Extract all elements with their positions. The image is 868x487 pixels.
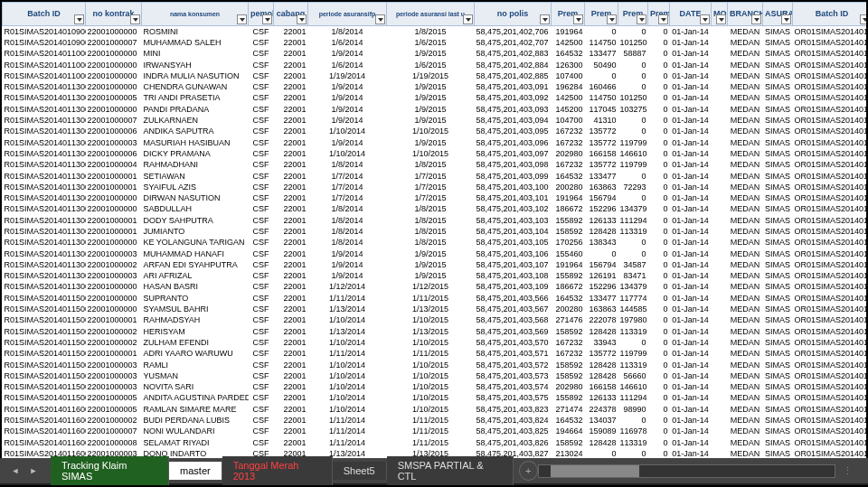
cell[interactable] (712, 203, 728, 214)
cell[interactable]: 01-Jan-14 (670, 436, 712, 447)
cell[interactable]: CSF (249, 359, 274, 370)
cell[interactable] (712, 115, 728, 126)
cell[interactable]: 22001000008 (86, 436, 142, 447)
cell[interactable]: 22001 (274, 436, 308, 447)
cell[interactable]: 222078 (585, 314, 618, 325)
cell[interactable]: R01SIMAS20140113000 (3, 81, 86, 92)
cell[interactable]: MEDAN (728, 26, 763, 37)
cell[interactable]: NOVITA SARI (142, 381, 249, 392)
cell[interactable]: R01SIMAS20140113000 (3, 226, 86, 237)
cell[interactable]: 158592 (552, 226, 585, 237)
cell[interactable] (712, 48, 728, 59)
cell[interactable]: TRI ANDI PRASETIA (142, 92, 249, 103)
cell[interactable]: MEDAN (728, 436, 763, 447)
cell[interactable]: 1/9/2015 (387, 81, 475, 92)
cell[interactable]: 1/13/2014 (308, 326, 387, 337)
cell[interactable]: CSF (249, 293, 274, 304)
cell[interactable]: 0 (585, 248, 618, 258)
cell[interactable]: 0 (648, 359, 670, 370)
cell[interactable]: 1/10/2015 (387, 337, 475, 348)
cell[interactable]: 133477 (585, 48, 618, 59)
column-header[interactable]: no kontrak (86, 3, 142, 26)
cell[interactable]: R01SIMAS20140113000 (3, 215, 86, 226)
table-row[interactable]: R01SIMAS2014011600 322001000005RAMLAN SI… (3, 404, 867, 415)
cell[interactable]: OR01SIMAS20140116003 (793, 426, 867, 436)
cell[interactable]: 158592 (552, 359, 585, 370)
cell[interactable]: MEDAN (728, 136, 763, 147)
cell[interactable]: 0 (648, 381, 670, 392)
cell[interactable] (712, 426, 728, 436)
cell[interactable]: OR01SIMAS20140116003 (793, 415, 867, 426)
cell[interactable]: 41310 (585, 115, 618, 126)
cell[interactable]: 0 (648, 270, 670, 281)
cell[interactable]: R01SIMAS2014011600 4 (3, 426, 86, 436)
filter-dropdown-icon[interactable] (637, 14, 646, 24)
cell[interactable]: 126133 (585, 215, 618, 226)
cell[interactable]: 166158 (585, 148, 618, 159)
cell[interactable]: 0 (648, 314, 670, 325)
cell[interactable]: 135772 (585, 126, 618, 136)
cell[interactable]: 0 (618, 248, 648, 258)
cell[interactable]: 1/9/2014 (308, 259, 387, 270)
column-header[interactable]: periode asuransifp (308, 3, 387, 26)
cell[interactable]: R01SIMAS2014011500 37 (3, 326, 86, 337)
table-row[interactable]: R01SIMAS2014011300022001000001DODY SAHPU… (3, 215, 867, 226)
cell[interactable]: 58,475,201,403,574 (475, 381, 552, 392)
cell[interactable] (712, 436, 728, 447)
table-row[interactable]: R01SIMAS20140113000 0622001000006ANDIKA … (3, 126, 867, 136)
cell[interactable]: 167232 (552, 136, 585, 147)
cell[interactable]: 22001 (274, 81, 308, 92)
cell[interactable]: OR01SIMAS20140113003 (793, 215, 867, 226)
cell[interactable]: 01-Jan-14 (670, 126, 712, 136)
cell[interactable]: 104700 (552, 115, 585, 126)
sheet-tab-sheet5[interactable]: Sheet5 (333, 462, 387, 480)
column-header[interactable]: Prem (648, 3, 670, 26)
cell[interactable]: 1/8/2014 (308, 159, 387, 170)
cell[interactable]: 22001000000 (86, 104, 142, 115)
cell[interactable]: 22001 (274, 392, 308, 403)
cell[interactable]: OR01SIMAS20140115003 (793, 392, 867, 403)
cell[interactable]: 22001000001 (86, 182, 142, 192)
cell[interactable]: CSF (249, 370, 274, 381)
cell[interactable]: 22001000003 (86, 370, 142, 381)
cell[interactable]: ARFAN EDI SYAHPUTRA (142, 259, 249, 270)
cell[interactable]: 58,475,201,403,568 (475, 314, 552, 325)
filter-dropdown-icon[interactable] (262, 14, 272, 24)
cell[interactable] (712, 314, 728, 325)
cell[interactable]: OR01SIMAS20140115003 (793, 326, 867, 337)
cell[interactable]: 22001000000 (86, 293, 142, 304)
cell[interactable] (712, 37, 728, 48)
cell[interactable]: PANDI PRADANA (142, 104, 249, 115)
column-header[interactable]: ASURA (763, 3, 793, 26)
cell[interactable]: MEDAN (728, 226, 763, 237)
cell[interactable]: MEDAN (728, 281, 763, 292)
cell[interactable]: MEDAN (728, 426, 763, 436)
cell[interactable]: 22001 (274, 136, 308, 147)
cell[interactable]: OR01SIMAS20140110003 (793, 48, 867, 59)
cell[interactable]: 1/7/2015 (387, 182, 475, 192)
cell[interactable]: 0 (648, 415, 670, 426)
cell[interactable]: 1/10/2015 (387, 392, 475, 403)
cell[interactable]: 01-Jan-14 (670, 92, 712, 103)
table-row[interactable]: R01SIMAS2014011300022001000003MASURIAH H… (3, 136, 867, 147)
cell[interactable]: YUSMAN (142, 370, 249, 381)
cell[interactable]: 107400 (552, 70, 585, 81)
cell[interactable]: 22001 (274, 426, 308, 436)
cell[interactable]: 1/19/2014 (308, 70, 387, 81)
cell[interactable]: 22001000000 (86, 48, 142, 59)
cell[interactable]: 22001000000 (86, 192, 142, 203)
cell[interactable]: OR01SIMAS20140115003 (793, 314, 867, 325)
cell[interactable]: 1/7/2015 (387, 170, 475, 181)
cell[interactable]: CSF (249, 259, 274, 270)
cell[interactable]: 58,475,201,403,569 (475, 326, 552, 337)
cell[interactable]: HERISYAM (142, 326, 249, 337)
cell[interactable] (712, 70, 728, 81)
cell[interactable]: 128428 (585, 436, 618, 447)
cell[interactable]: 58,475,201,403,091 (475, 81, 552, 92)
cell[interactable]: CSF (249, 304, 274, 314)
cell[interactable]: 58,475,201,403,104 (475, 226, 552, 237)
table-row[interactable]: R01SIMAS2014011000 022001000000INDRA MUL… (3, 70, 867, 81)
cell[interactable]: 0 (648, 392, 670, 403)
table-row[interactable]: R01SIMAS2014011300022001000000PANDI PRAD… (3, 104, 867, 115)
cell[interactable] (712, 81, 728, 92)
